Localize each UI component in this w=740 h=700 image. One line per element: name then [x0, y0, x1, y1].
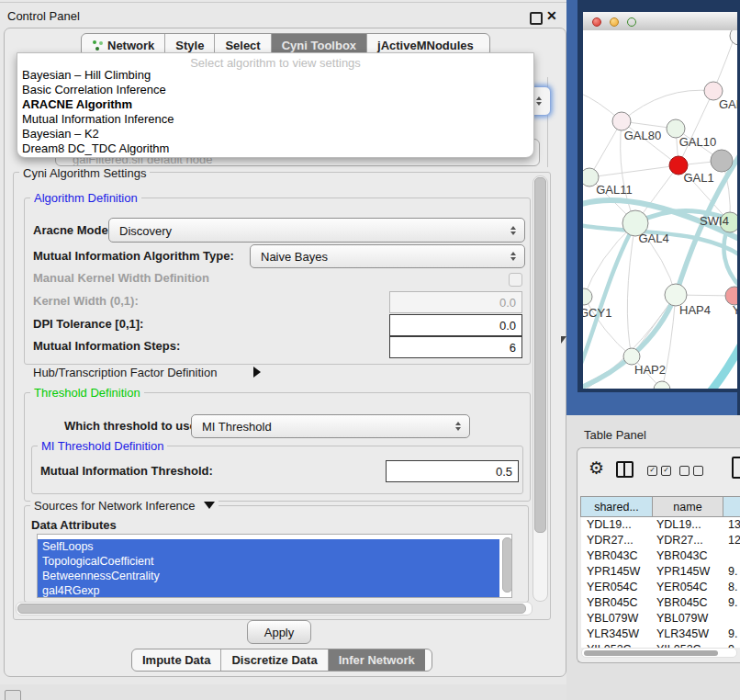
table-cell[interactable]: YPR145W — [656, 565, 710, 578]
checked-box-icon: ✓ — [661, 466, 671, 476]
mi-steps-field[interactable]: 6 — [389, 336, 522, 358]
table-cell[interactable]: YBR043C — [587, 549, 638, 562]
algorithm-option-basic-correlation-inference[interactable]: Basic Correlation Inference — [22, 83, 166, 96]
mi-algorithm-type-value: Naive Bayes — [261, 250, 328, 264]
table-cell[interactable]: 12 — [728, 534, 740, 547]
attribute-item-gal4rgexp[interactable]: gal4RGexp — [38, 583, 499, 598]
table-hscrollbar-thumb[interactable] — [584, 650, 718, 656]
table-row[interactable]: YER054CYER054C8. — [581, 580, 740, 595]
table-cell[interactable]: YDR27... — [587, 534, 633, 547]
gear-icon[interactable]: ⚙ — [589, 457, 604, 479]
network-node-gal80[interactable] — [612, 112, 631, 130]
table-cell[interactable]: YER054C — [587, 581, 638, 593]
table-cell[interactable]: YER054C — [656, 581, 708, 593]
bottom-tab-label: Infer Network — [339, 653, 415, 667]
settings-hscrollbar-thumb[interactable] — [17, 604, 526, 614]
column-header-shared[interactable]: shared... — [580, 496, 653, 517]
table-cell[interactable]: YDL19... — [656, 518, 701, 531]
network-icon — [92, 40, 104, 51]
table-row[interactable]: YBR045CYBR045C9. — [581, 595, 740, 611]
table-cell[interactable]: 9. — [728, 627, 737, 640]
table-cell[interactable]: YLR345W — [656, 627, 709, 640]
algorithm-option-bayesian-k2[interactable]: Bayesian – K2 — [22, 127, 99, 141]
table-cell[interactable]: YBR043C — [656, 549, 708, 562]
deselect-all-columns-icon[interactable] — [679, 466, 703, 476]
table-cell[interactable]: YBL079W — [656, 612, 708, 625]
network-node[interactable] — [654, 381, 670, 389]
list-scrollbar-thumb[interactable] — [502, 537, 512, 593]
which-threshold-label: Which threshold to use: — [64, 419, 200, 433]
mi-steps-label: Mutual Information Steps: — [33, 339, 180, 353]
algorithm-option-aracne-algorithm[interactable]: ARACNE Algorithm — [22, 97, 132, 111]
table-cell[interactable]: YPR145W — [587, 565, 640, 578]
algorithm-option-mutual-information-inference[interactable]: Mutual Information Inference — [22, 112, 174, 126]
expand-arrow-icon[interactable] — [253, 367, 261, 378]
table-row[interactable]: YBR043CYBR043C — [581, 548, 740, 564]
table-cell[interactable]: YBL079W — [587, 612, 638, 625]
node-label-gal1: GAL1 — [683, 171, 713, 185]
table-hscrollbar[interactable] — [581, 648, 737, 658]
kernel-width-value: 0.0 — [499, 296, 516, 310]
table-cell[interactable]: YBR045C — [587, 596, 638, 609]
column-header-extra[interactable] — [723, 496, 740, 517]
table-row[interactable]: YLR345WYLR345W9. — [581, 627, 740, 642]
panel-corner-button[interactable] — [5, 690, 21, 700]
sources-title-text: Sources for Network Inference — [34, 499, 196, 513]
mi-steps-value: 6 — [510, 341, 516, 355]
sources-title[interactable]: Sources for Network Inference — [30, 499, 219, 513]
network-node[interactable] — [711, 150, 733, 172]
network-canvas[interactable]: GALGAL80GAL10GAL1GAL11SWI4GAL4GCY1HAP4YH… — [583, 30, 740, 389]
select-all-columns-icon[interactable]: ✓ ✓ — [647, 466, 671, 476]
column-header-name[interactable]: name — [652, 496, 723, 517]
apply-button-label: Apply — [264, 626, 295, 639]
data-attributes-list[interactable]: SelfLoopsTopologicalCoefficientBetweenne… — [37, 534, 512, 598]
network-window-titlebar[interactable] — [583, 12, 740, 31]
combo-arrows-icon — [510, 252, 517, 261]
dpi-tolerance-label: DPI Tolerance [0,1]: — [33, 317, 143, 331]
aracne-mode-combo[interactable]: Discovery — [108, 218, 525, 243]
algorithm-option-dream8-dc-tdc-algorithm[interactable]: Dream8 DC_TDC Algorithm — [22, 141, 169, 155]
minimize-traffic-light[interactable] — [610, 17, 619, 27]
tab-label: Style — [175, 39, 204, 52]
table-cell[interactable]: YLR345W — [587, 627, 639, 640]
node-label-gcy1: GCY1 — [583, 306, 611, 320]
bottom-tab-discretize-data[interactable]: Discretize Data — [221, 649, 328, 671]
apply-button[interactable]: Apply — [247, 620, 311, 644]
close-icon[interactable]: ✕ — [546, 8, 557, 23]
network-view-window: GALGAL80GAL10GAL1GAL11SWI4GAL4GCY1HAP4YH… — [577, 0, 740, 392]
split-columns-icon[interactable] — [616, 461, 633, 478]
which-threshold-combo[interactable]: MI Threshold — [191, 414, 470, 438]
bottom-tab-infer-network[interactable]: Infer Network — [329, 649, 425, 671]
table-cell[interactable]: YBR045C — [656, 596, 708, 609]
close-traffic-light[interactable] — [592, 17, 601, 27]
algorithm-option-bayesian-hill-climbing[interactable]: Bayesian – Hill Climbing — [22, 68, 151, 82]
attribute-item-topologicalcoefficient[interactable]: TopologicalCoefficient — [38, 554, 499, 569]
table-row[interactable]: YBL079WYBL079W — [581, 611, 740, 627]
collapse-arrow-icon[interactable] — [204, 502, 215, 509]
node-label-hap2: HAP2 — [634, 363, 666, 377]
table-cell[interactable]: 9. — [728, 565, 737, 578]
zoom-traffic-light[interactable] — [627, 17, 636, 27]
dpi-tolerance-field[interactable]: 0.0 — [389, 314, 522, 336]
attribute-item-betweennesscentrality[interactable]: BetweennessCentrality — [38, 569, 499, 583]
float-window-icon[interactable] — [530, 12, 543, 25]
table-cell[interactable]: YDR27... — [656, 534, 703, 547]
mi-algorithm-type-combo[interactable]: Naive Bayes — [250, 244, 525, 268]
table-cell[interactable]: 9. — [728, 596, 737, 609]
manual-kernel-checkbox[interactable] — [509, 273, 522, 287]
which-threshold-value: MI Threshold — [202, 420, 272, 434]
bottom-tab-impute-data[interactable]: Impute Data — [132, 649, 221, 671]
attribute-item-selfloops[interactable]: SelfLoops — [38, 539, 499, 554]
kernel-width-label: Kernel Width (0,1): — [33, 294, 139, 308]
network-node-gcy1[interactable] — [583, 288, 592, 305]
table-cell[interactable]: 8. — [728, 581, 737, 593]
table-row[interactable]: YDL19...YDL19...13 — [581, 517, 740, 533]
mi-threshold-field[interactable]: 0.5 — [386, 460, 519, 482]
table-row[interactable]: YDR27...YDR27...12 — [581, 533, 740, 548]
settings-vscrollbar-thumb[interactable] — [534, 177, 546, 533]
table-row[interactable]: YPR145WYPR145W9. — [581, 564, 740, 580]
table-cell[interactable]: 13 — [728, 518, 740, 531]
hub-section-label[interactable]: Hub/Transcription Factor Definition — [33, 366, 217, 379]
table-cell[interactable]: YDL19... — [587, 518, 632, 531]
document-icon[interactable] — [732, 457, 740, 479]
